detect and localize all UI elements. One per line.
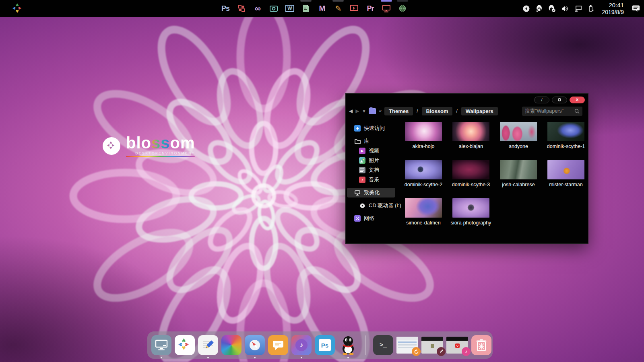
dock-qq[interactable] — [338, 335, 358, 355]
sidebar-item-videos[interactable]: ▶ 视频 — [347, 146, 395, 156]
file-item[interactable]: akira-hojo — [400, 122, 447, 160]
file-item[interactable]: simone-dalmeri — [400, 198, 447, 237]
breadcrumb-separator: / — [455, 108, 458, 114]
history-dropdown-button[interactable]: ▼ — [362, 109, 366, 113]
maximize-icon — [558, 98, 561, 101]
file-name: dominik-scythe-2 — [402, 182, 444, 188]
file-name: siora-photography — [450, 220, 492, 226]
word-icon: W — [285, 5, 294, 12]
minimize-button[interactable]: / — [534, 97, 549, 103]
file-item[interactable]: mister-starman — [542, 160, 590, 198]
music-note-icon: ♪ — [295, 339, 308, 351]
system-menu-logo[interactable]: ♥ ♥ ♥ ♥ — [13, 3, 23, 14]
breadcrumb-themes[interactable]: Themes — [384, 107, 413, 115]
logo-text-part: ss — [151, 134, 170, 152]
forward-button[interactable]: ▶ — [355, 108, 359, 114]
sidebar-item-cd-drive[interactable]: CD 驱动器 (I:) — [347, 201, 395, 210]
topbar-app-grid[interactable] — [237, 3, 246, 14]
file-item[interactable]: josh-calabrese — [495, 160, 542, 198]
minimized-window-browser[interactable] — [396, 337, 418, 354]
sidebar-item-label: 图片 — [369, 157, 379, 164]
file-name: josh-calabrese — [497, 182, 539, 188]
sidebar-item-network[interactable]: 网络 — [347, 214, 395, 223]
file-item[interactable]: dominik-scythe-3 — [447, 160, 495, 198]
dock-browser-safari[interactable] — [245, 335, 265, 355]
blossom-circle-logo: ♥ ♥ ♥ ♥ — [103, 137, 120, 155]
hidden-icons-button[interactable] — [522, 4, 530, 12]
topbar-app-premiere[interactable]: Pr — [365, 3, 375, 14]
qq-tray-icon[interactable] — [535, 4, 543, 12]
file-item[interactable]: andyone — [495, 122, 542, 160]
dock-wallpaper-mosaic[interactable] — [221, 335, 242, 355]
photoshop-icon: Ps — [221, 4, 229, 13]
file-thumbnail — [547, 160, 584, 179]
dock-messages[interactable] — [268, 335, 288, 355]
file-name: simone-dalmeri — [402, 220, 444, 226]
logo-subtitle: DESKTOPENVIRONMENT — [126, 151, 195, 155]
file-thumbnail — [405, 198, 442, 218]
file-thumbnail — [452, 198, 489, 218]
running-indicator — [381, 0, 392, 2]
file-name: dominik-scythe-1 — [545, 144, 587, 150]
window-titlebar[interactable]: / × — [346, 94, 588, 104]
sidebar-item-music[interactable]: ♪ 音乐 — [347, 175, 395, 185]
file-item[interactable]: dominik-scythe-1 — [542, 122, 590, 160]
topbar-app-notes[interactable]: ✎ — [333, 3, 343, 14]
dock-trash[interactable] — [471, 335, 491, 355]
topbar-app-camera[interactable] — [269, 3, 279, 14]
video-icon: ▶ — [359, 148, 365, 154]
qq-check-tray-icon[interactable] — [548, 4, 556, 12]
file-item[interactable]: siora-photography — [447, 198, 495, 237]
sidebar-item-documents[interactable]: 文档 — [347, 165, 395, 175]
document-icon — [359, 167, 365, 173]
search-input[interactable]: 搜索"Wallpapers" — [522, 107, 582, 116]
usb-icon[interactable] — [587, 4, 595, 12]
blossom-wordmark: blossom DESKTOPENVIRONMENT — [126, 135, 195, 157]
dock-file-manager[interactable] — [151, 335, 171, 355]
topbar-app-word[interactable]: W — [285, 3, 295, 14]
topbar-app-infinity[interactable]: ∞ — [253, 3, 262, 14]
sidebar-item-quick-access[interactable]: 快速访问 — [347, 123, 395, 133]
volume-icon[interactable] — [561, 4, 569, 12]
file-explorer-window: / × ◀ ▶ ▼ « Themes / Blossom / Wallpaper… — [345, 93, 588, 244]
network-icon[interactable] — [574, 4, 582, 12]
file-item[interactable]: alex-blajan — [447, 122, 495, 160]
file-thumbnail — [405, 122, 442, 141]
dock-notes[interactable] — [198, 335, 218, 355]
sidebar-item-libraries[interactable]: 库 — [347, 136, 395, 146]
computer-icon — [155, 339, 168, 351]
dock-blossom-center[interactable]: ♥ ♥ ♥ ♥ — [175, 335, 195, 355]
dock-music[interactable]: ♪ — [291, 335, 312, 355]
topbar-app-document[interactable] — [301, 3, 311, 14]
breadcrumb-blossom[interactable]: Blossom — [422, 107, 453, 115]
file-name: alex-blajan — [450, 144, 492, 150]
clover-logo-icon: ♥ ♥ ♥ ♥ — [179, 339, 191, 351]
sidebar-item-theme[interactable]: 致美化 — [347, 188, 395, 197]
dock-photoshop[interactable]: Ps — [315, 335, 335, 355]
notification-center-button[interactable] — [632, 4, 640, 12]
topbar-app-theme[interactable] — [382, 3, 391, 14]
grid-app-icon — [237, 4, 246, 12]
maximize-button[interactable] — [552, 97, 567, 103]
topbar-app-screenshot[interactable] — [349, 3, 359, 14]
quick-access-icon — [354, 125, 361, 132]
minimized-window-editor[interactable] — [421, 337, 443, 354]
file-item[interactable]: dominik-scythe-2 — [400, 160, 447, 198]
back-button[interactable]: ◀ — [349, 108, 353, 114]
topbar-app-browser[interactable] — [398, 3, 407, 14]
clock[interactable]: 20:41 2019/8/9 — [602, 2, 624, 15]
clover-logo-icon: ♥ ♥ ♥ ♥ — [107, 141, 116, 150]
topbar-app-meitu[interactable]: M — [317, 3, 327, 14]
dock-terminal[interactable]: >_ — [373, 335, 393, 355]
breadcrumb-collapse-button[interactable]: « — [379, 108, 382, 114]
file-thumbnail — [452, 160, 489, 179]
sidebar-item-pictures[interactable]: 图片 — [347, 156, 395, 165]
camera-icon — [270, 4, 278, 12]
breadcrumb-wallpapers[interactable]: Wallpapers — [461, 107, 498, 115]
topbar-app-photoshop[interactable]: Ps — [221, 3, 230, 14]
topbar-app-icons: Ps ∞ W — [221, 0, 407, 17]
minimized-window-music[interactable]: ♪ — [446, 337, 468, 354]
monitor-icon — [382, 5, 390, 12]
trash-icon — [476, 339, 487, 352]
close-button[interactable]: × — [570, 97, 585, 103]
